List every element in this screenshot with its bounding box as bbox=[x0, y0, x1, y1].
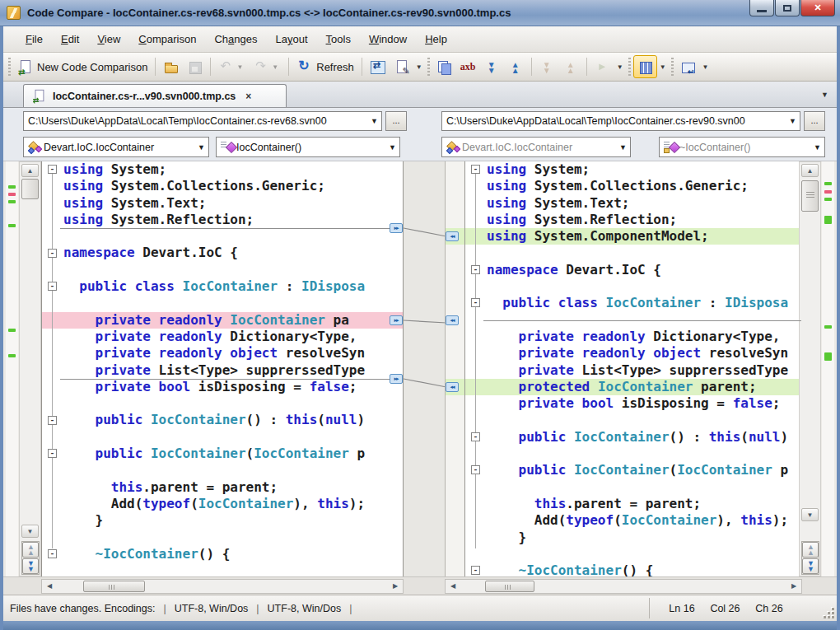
left-code-pane[interactable]: ------using System;using System.Collecti… bbox=[41, 161, 404, 576]
right-hscroll-thumb[interactable] bbox=[485, 581, 534, 592]
change-map-mark[interactable] bbox=[824, 198, 832, 201]
change-map-mark[interactable] bbox=[824, 352, 832, 361]
menu-tools[interactable]: Tools bbox=[317, 30, 360, 49]
right-scroll-up-icon[interactable]: ▲ bbox=[801, 164, 819, 177]
prev-change-button[interactable]: ▲▲ bbox=[504, 55, 528, 78]
left-scrollbar-thumb[interactable] bbox=[21, 179, 39, 199]
fold-collapse-icon[interactable]: - bbox=[471, 265, 480, 274]
title-bar[interactable]: Code Compare - IocContainer.cs-rev68.svn… bbox=[0, 0, 840, 26]
fold-collapse-icon[interactable]: - bbox=[471, 165, 480, 174]
right-scrollbar-thumb[interactable] bbox=[801, 180, 819, 212]
toolbar-dropdown-icon[interactable]: ▼ bbox=[269, 63, 281, 71]
right-class-combo-dropdown-icon[interactable]: ▼ bbox=[616, 138, 630, 156]
menu-help[interactable]: Help bbox=[416, 30, 456, 49]
fold-collapse-icon[interactable]: - bbox=[471, 465, 480, 474]
fold-collapse-icon[interactable]: - bbox=[471, 566, 480, 575]
left-vertical-scrollbar[interactable]: ▲ ▼ ▲▲ ▼▼ bbox=[19, 161, 41, 576]
right-scroll-down-icon[interactable]: ▼ bbox=[801, 508, 819, 521]
toolbar-dropdown-icon[interactable]: ▼ bbox=[413, 63, 425, 71]
copy-change-prev-button[interactable]: ▲▲ bbox=[559, 55, 583, 78]
copy-change-next-button[interactable]: ▼▼ bbox=[535, 55, 559, 78]
change-map-mark[interactable] bbox=[8, 185, 16, 189]
swap-sides-button[interactable] bbox=[366, 55, 390, 78]
toolbar-dropdown-icon[interactable]: ▼ bbox=[614, 63, 626, 71]
fold-collapse-icon[interactable]: - bbox=[48, 282, 57, 291]
left-file-path-combo[interactable]: C:\Users\Duke\AppData\Local\Temp\IocCont… bbox=[23, 111, 382, 131]
copy-to-left-marker[interactable]: ◂◂ bbox=[446, 382, 459, 392]
open-file-button[interactable] bbox=[159, 55, 183, 78]
toolbar-dropdown-icon[interactable]: ▼ bbox=[234, 63, 245, 71]
minimize-button[interactable] bbox=[749, 0, 774, 16]
change-map-mark[interactable] bbox=[8, 200, 16, 203]
left-horizontal-scrollbar[interactable]: ◀ ▶ bbox=[41, 579, 404, 594]
toolbar-grip[interactable] bbox=[628, 58, 631, 76]
fold-collapse-icon[interactable]: - bbox=[48, 416, 57, 425]
left-scroll-up-icon[interactable]: ▲ bbox=[21, 164, 39, 177]
left-path-dropdown-icon[interactable]: ▼ bbox=[367, 117, 381, 125]
copy-to-left-marker[interactable]: ◂◂ bbox=[446, 315, 459, 325]
fold-collapse-icon[interactable]: - bbox=[48, 249, 57, 258]
change-map-mark[interactable] bbox=[824, 190, 832, 194]
right-file-path-combo[interactable]: C:\Users\Duke\AppData\Local\Temp\IocCont… bbox=[441, 111, 800, 131]
right-browse-button[interactable]: ... bbox=[804, 111, 825, 131]
save-button[interactable] bbox=[183, 55, 207, 78]
left-prev-change-button[interactable]: ▲▲ bbox=[22, 542, 39, 558]
right-member-combo-dropdown-icon[interactable]: ▼ bbox=[810, 138, 824, 156]
menu-layout[interactable]: Layout bbox=[266, 30, 316, 49]
copy-to-right-marker[interactable]: ▸▸ bbox=[390, 374, 403, 384]
fold-collapse-icon[interactable]: - bbox=[471, 298, 480, 307]
menu-window[interactable]: Window bbox=[360, 30, 416, 49]
next-change-button[interactable]: ▼▼ bbox=[480, 55, 504, 78]
right-vertical-scrollbar[interactable]: ▲ ▼ ▲▲ ▼▼ bbox=[799, 161, 821, 576]
left-member-combo-dropdown-icon[interactable]: ▼ bbox=[385, 138, 399, 156]
copy-to-right-marker[interactable]: ▸▸ bbox=[390, 223, 403, 233]
apply-change-button[interactable] bbox=[590, 55, 614, 78]
right-horizontal-scrollbar[interactable]: ◀ ▶ bbox=[445, 579, 802, 594]
change-map-mark[interactable] bbox=[8, 329, 16, 332]
change-map-mark[interactable] bbox=[824, 182, 832, 185]
right-prev-change-button[interactable]: ▲▲ bbox=[802, 542, 819, 558]
left-member-combo[interactable]: IocContainer() ▼ bbox=[216, 137, 400, 157]
open-in-new-window-button[interactable] bbox=[676, 55, 700, 78]
right-change-map[interactable] bbox=[822, 161, 834, 576]
left-scroll-down-icon[interactable]: ▼ bbox=[21, 525, 39, 538]
compare-structure-button[interactable] bbox=[432, 55, 456, 78]
change-map-mark[interactable] bbox=[824, 325, 832, 329]
left-browse-button[interactable]: ... bbox=[385, 111, 407, 131]
new-code-comparison-button[interactable]: New Code Comparison bbox=[13, 55, 152, 78]
fold-collapse-icon[interactable]: - bbox=[48, 165, 57, 174]
toolbar-dropdown-icon[interactable]: ▼ bbox=[657, 63, 669, 71]
copy-to-right-marker[interactable]: ▸▸ bbox=[390, 315, 403, 325]
menu-view[interactable]: View bbox=[88, 30, 129, 49]
undo-button[interactable]: ▼ bbox=[214, 55, 250, 78]
menu-edit[interactable]: Edit bbox=[52, 30, 88, 49]
toolbar-grip[interactable] bbox=[671, 58, 674, 76]
change-map-mark[interactable] bbox=[8, 354, 16, 357]
change-map-mark[interactable] bbox=[8, 193, 16, 196]
document-tab[interactable]: IocContainer.cs-r...v90.svn000.tmp.cs × bbox=[23, 84, 287, 107]
vertical-layout-button[interactable] bbox=[633, 55, 657, 78]
left-class-combo-dropdown-icon[interactable]: ▼ bbox=[194, 138, 208, 156]
menu-comparison[interactable]: Comparison bbox=[129, 30, 205, 49]
refresh-button[interactable]: Refresh bbox=[292, 55, 358, 78]
fold-collapse-icon[interactable]: - bbox=[48, 549, 57, 558]
right-class-combo[interactable]: Devart.IoC.IocContainer ▼ bbox=[441, 137, 631, 157]
change-map-mark[interactable] bbox=[824, 216, 832, 224]
word-level-diff-button[interactable] bbox=[456, 55, 480, 78]
right-next-change-button[interactable]: ▼▼ bbox=[802, 558, 819, 574]
right-hscroll-left-icon[interactable]: ◀ bbox=[446, 581, 460, 592]
left-hscroll-right-icon[interactable]: ▶ bbox=[389, 581, 402, 592]
toolbar-grip[interactable] bbox=[427, 58, 430, 76]
resize-grip[interactable] bbox=[823, 607, 834, 618]
right-code-pane[interactable]: ------using System;using System.Collecti… bbox=[464, 161, 802, 576]
toolbar-dropdown-icon[interactable]: ▼ bbox=[700, 63, 712, 71]
right-hscroll-right-icon[interactable]: ▶ bbox=[787, 581, 800, 592]
left-class-combo[interactable]: Devart.IoC.IocContainer ▼ bbox=[23, 137, 209, 157]
right-member-combo[interactable]: ~IocContainer() ▼ bbox=[659, 137, 825, 157]
change-map-mark[interactable] bbox=[8, 224, 16, 227]
toolbar-grip[interactable] bbox=[8, 58, 11, 76]
redo-button[interactable]: ▼ bbox=[250, 55, 285, 78]
tab-close-icon[interactable]: × bbox=[244, 91, 253, 102]
fold-collapse-icon[interactable]: - bbox=[471, 432, 480, 441]
right-path-dropdown-icon[interactable]: ▼ bbox=[786, 117, 800, 125]
